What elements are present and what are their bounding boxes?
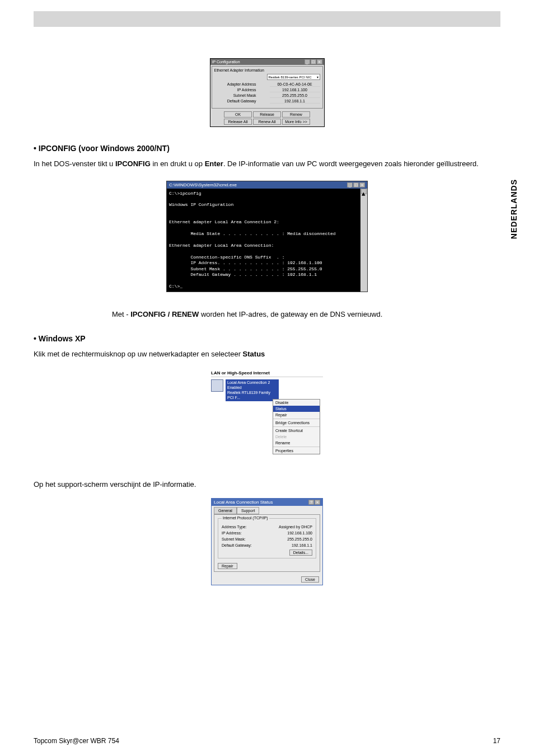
ip-label: IP Address: (222, 531, 242, 535)
address-type-value: Assigned by DHCP (279, 525, 312, 529)
details-button[interactable]: Details... (289, 550, 312, 556)
subnet-mask-label: Subnet Mask (214, 93, 256, 98)
ip-value: 192.168.1.100 (287, 531, 312, 535)
network-connections-figure: LAN or High-Speed Internet Local Area Co… (211, 370, 323, 456)
gateway-value: 192.168.1.1 (292, 543, 312, 547)
adapter-address-label: Adapter Address (214, 82, 256, 87)
support-screen-text: Op het support-scherm verschijnt de IP-i… (34, 479, 500, 490)
adapter-info-group: Ethernet Adapter Information Realtek 813… (212, 66, 323, 109)
group-label: Ethernet Adapter Information (214, 68, 320, 72)
subnet-label: Subnet Mask: (222, 537, 246, 541)
default-gateway-value: 192.168.1.1 (270, 99, 320, 104)
gateway-label: Default Gateway: (222, 543, 252, 547)
maximize-icon[interactable]: □ (353, 182, 359, 187)
top-grey-bar (34, 11, 500, 27)
ctx-status[interactable]: Status (273, 406, 320, 412)
subnet-value: 255.255.255.0 (287, 537, 312, 541)
adapter-value: Realtek 8139-series PCI NIC (269, 76, 312, 79)
close-icon[interactable]: × (315, 500, 320, 505)
language-side-tab: NEDERLANDS (509, 179, 518, 239)
ipconfig-dialog: IP Configuration _ □ × Ethernet Adapter … (210, 58, 325, 127)
address-type-label: Address Type: (222, 525, 247, 529)
scroll-up-icon[interactable]: ▴ (361, 189, 367, 194)
adapter-select[interactable]: Realtek 8139-series PCI NIC ▾ (267, 74, 320, 80)
scrollbar[interactable]: ▴ (360, 189, 367, 292)
renew-note: Met - IPCONFIG / RENEW worden het IP-adr… (112, 309, 388, 320)
release-all-button[interactable]: Release All (224, 119, 252, 125)
connection-status-dialog: Local Area Connection Status ? × General… (211, 498, 323, 585)
cmd-title: C:\WINDOWS\System32\cmd.exe (169, 182, 237, 187)
window-buttons: _ □ × (305, 59, 322, 64)
chevron-down-icon[interactable]: ▾ (317, 75, 318, 79)
status-titlebar: Local Area Connection Status ? × (212, 499, 322, 506)
footer-product: Topcom Skyr@cer WBR 754 (34, 737, 119, 745)
release-button[interactable]: Release (253, 111, 281, 118)
tab-general[interactable]: General (214, 507, 237, 514)
close-icon[interactable]: × (359, 182, 365, 187)
ok-button[interactable]: OK (224, 111, 252, 118)
ipconfig-paragraph: In het DOS-venster tikt u IPCONFIG in en… (34, 158, 500, 170)
repair-button[interactable]: Repair (218, 563, 237, 569)
default-gateway-label: Default Gateway (214, 99, 256, 104)
minimize-icon[interactable]: _ (305, 59, 310, 64)
subnet-mask-value: 255.255.255.0 (270, 93, 320, 98)
ctx-properties[interactable]: Properties (273, 448, 320, 454)
network-adapter-item[interactable]: Local Area Connection 2 Enabled Realtek … (226, 379, 279, 401)
minimize-icon[interactable]: _ (347, 182, 353, 187)
ip-address-value: 192.168.1.100 (270, 88, 320, 92)
ipconfig-heading: • IPCONFIG (voor Windows 2000/NT) (34, 144, 500, 153)
cmd-window: C:\WINDOWS\System32\cmd.exe _ □ × C:\>ip… (166, 181, 368, 293)
close-icon[interactable]: × (317, 59, 322, 64)
ctx-repair[interactable]: Repair (273, 412, 320, 418)
footer-page-number: 17 (493, 737, 500, 745)
dialog-title: IP Configuration (212, 60, 240, 64)
ctx-delete: Delete (273, 434, 320, 440)
more-info-button[interactable]: More Info >> (282, 119, 310, 125)
windows-xp-paragraph: Klik met de rechtermuisknop op uw netwer… (34, 349, 500, 360)
help-icon[interactable]: ? (308, 500, 314, 505)
status-title: Local Area Connection Status (214, 500, 273, 505)
cmd-titlebar: C:\WINDOWS\System32\cmd.exe _ □ × (167, 181, 367, 189)
network-adapter-icon[interactable] (211, 379, 223, 392)
close-button[interactable]: Close (301, 576, 319, 583)
renew-all-button[interactable]: Renew All (253, 119, 281, 125)
page-footer: Topcom Skyr@cer WBR 754 17 (34, 737, 500, 745)
maximize-icon[interactable]: □ (311, 59, 316, 64)
windows-xp-heading: • Windows XP (34, 334, 500, 343)
ip-address-label: IP Address (214, 88, 256, 92)
tab-support[interactable]: Support (237, 507, 260, 514)
dialog-titlebar: IP Configuration _ □ × (210, 59, 324, 65)
ctx-shortcut[interactable]: Create Shortcut (273, 428, 320, 434)
renew-button[interactable]: Renew (282, 111, 310, 118)
ctx-rename[interactable]: Rename (273, 440, 320, 446)
adapter-address-value: 00-C0-4C-A0-14-0E (270, 82, 320, 87)
cmd-output: C:\>ipconfig Windows IP Configuration Et… (167, 189, 360, 292)
lan-group-header: LAN or High-Speed Internet (211, 370, 323, 377)
ctx-disable[interactable]: Disable (273, 400, 320, 406)
tcpip-group-label: Internet Protocol (TCP/IP) (222, 516, 269, 520)
ctx-bridge[interactable]: Bridge Connections (273, 420, 320, 426)
context-menu: Disable Status Repair Bridge Connections… (273, 399, 320, 454)
